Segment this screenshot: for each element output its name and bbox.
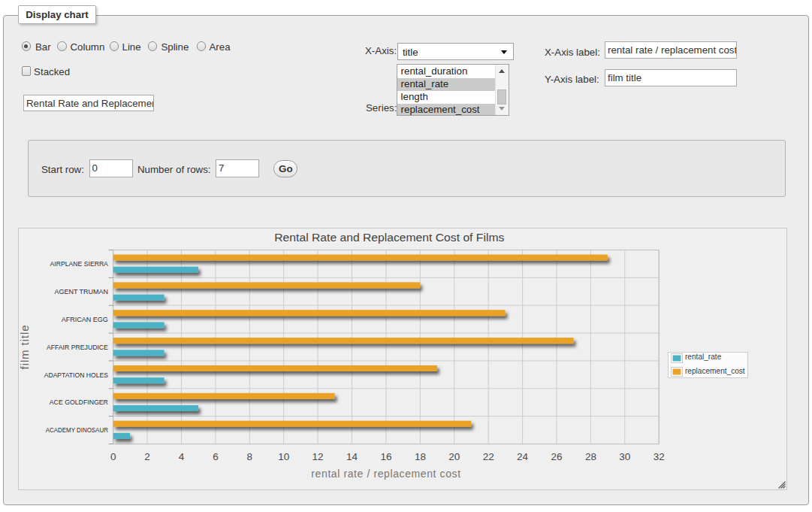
svg-text:32: 32 <box>654 451 665 462</box>
svg-text:14: 14 <box>346 451 358 462</box>
svg-text:ACADEMY DINOSAUR: ACADEMY DINOSAUR <box>46 426 108 434</box>
svg-text:6: 6 <box>213 451 219 462</box>
svg-text:30: 30 <box>619 451 630 462</box>
svg-text:AIRPLANE SIERRA: AIRPLANE SIERRA <box>50 260 108 268</box>
svg-text:26: 26 <box>551 451 562 462</box>
svg-text:ACE GOLDFINGER: ACE GOLDFINGER <box>50 398 108 406</box>
svg-text:12: 12 <box>312 451 324 462</box>
svg-text:28: 28 <box>585 451 596 462</box>
svg-text:0: 0 <box>110 451 116 462</box>
svg-text:24: 24 <box>517 451 529 462</box>
svg-text:18: 18 <box>415 451 426 462</box>
svg-text:2: 2 <box>144 451 150 462</box>
svg-text:rental_rate: rental_rate <box>685 353 722 361</box>
svg-text:replacement_cost: replacement_cost <box>685 367 745 375</box>
svg-text:rental rate / replacement cost: rental rate / replacement cost <box>311 468 460 480</box>
svg-text:20: 20 <box>448 451 460 462</box>
svg-text:AFFAIR PREJUDICE: AFFAIR PREJUDICE <box>47 344 108 351</box>
svg-text:10: 10 <box>278 451 289 462</box>
svg-text:8: 8 <box>247 451 253 462</box>
svg-text:Rental Rate and Replacement Co: Rental Rate and Replacement Cost of Film… <box>274 231 504 244</box>
svg-text:film title: film title <box>19 325 31 370</box>
svg-text:ADAPTATION HOLES: ADAPTATION HOLES <box>44 371 108 379</box>
svg-text:4: 4 <box>179 451 185 462</box>
svg-text:22: 22 <box>483 451 494 462</box>
svg-text:AFRICAN EGG: AFRICAN EGG <box>62 316 108 323</box>
svg-text:16: 16 <box>380 451 391 462</box>
svg-text:AGENT TRUMAN: AGENT TRUMAN <box>55 288 108 295</box>
